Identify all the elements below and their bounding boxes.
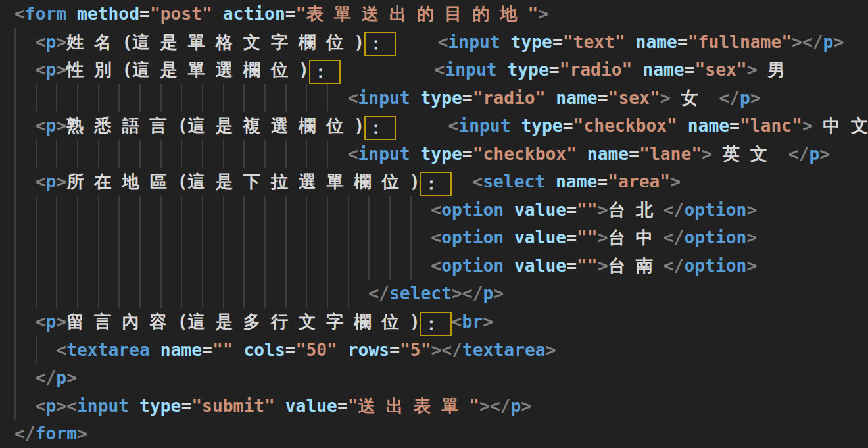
token-punc: < <box>14 0 25 28</box>
token-punc: > <box>56 28 66 57</box>
token-punc: ></ <box>452 280 483 308</box>
token-punc: ></ <box>431 336 462 364</box>
token-eq: = <box>139 0 150 28</box>
token-punc: >< <box>56 392 77 420</box>
token-txt: ( <box>178 112 188 140</box>
token-punc: > <box>56 112 66 140</box>
code-line-5[interactable]: <p>熟悉語言(這是複選欄位)： <input type="checkbox" … <box>14 112 868 140</box>
token-str: "post" <box>150 0 212 28</box>
token-tag: p <box>46 56 57 84</box>
token-cjk: 台南 <box>608 252 663 280</box>
token-punc: < <box>438 28 448 57</box>
token-txt <box>66 0 77 28</box>
token-punc: < <box>36 112 46 140</box>
token-attr: name <box>636 28 677 57</box>
unicode-highlight-colon-box: ： <box>364 32 396 56</box>
code-line-12[interactable]: <p>留言內容(這是多行文字欄位)：<br> <box>14 308 868 336</box>
token-punc: </ <box>368 280 389 308</box>
unicode-highlight-colon-box: ： <box>364 116 396 140</box>
token-punc: > <box>56 56 66 84</box>
code-line-13[interactable]: <textarea name="" cols="50" rows="5"></t… <box>14 336 868 364</box>
code-line-8[interactable]: <option value="">台北</option> <box>14 196 868 224</box>
token-attr: value <box>285 392 337 420</box>
token-punc: > <box>819 140 830 168</box>
token-txt <box>511 112 521 140</box>
token-str: " <box>527 0 538 28</box>
token-attr: cols <box>243 336 285 364</box>
token-tag: p <box>46 392 57 420</box>
token-tag: form <box>36 420 77 448</box>
token-txt <box>632 56 642 84</box>
token-txt <box>129 392 139 420</box>
indent-whitespace <box>14 196 431 224</box>
alignment-whitespace <box>341 56 435 84</box>
indent-whitespace <box>14 252 431 280</box>
token-str: "submit" <box>191 392 275 420</box>
unicode-highlight-colon-box: ： <box>420 172 451 196</box>
token-tag: p <box>46 168 57 196</box>
token-punc: < <box>431 252 441 280</box>
token-tag: p <box>483 280 493 308</box>
code-line-9[interactable]: <option value="">台中</option> <box>14 224 868 252</box>
token-punc: < <box>452 308 462 336</box>
code-line-14[interactable]: </p> <box>14 364 868 392</box>
token-eq: = <box>181 392 191 420</box>
token-eq: = <box>563 112 573 140</box>
code-line-3[interactable]: <p>性別(這是單選欄位)： <input type="radio" name=… <box>14 56 868 84</box>
code-line-10[interactable]: <option value="">台南</option> <box>14 252 868 280</box>
token-txt <box>410 84 421 112</box>
token-punc: > <box>670 168 681 196</box>
token-str: "50" <box>296 336 337 364</box>
token-txt <box>410 140 421 168</box>
token-punc: </ <box>788 140 809 168</box>
token-attr: type <box>507 56 548 84</box>
token-attr: name <box>556 84 597 112</box>
token-txt <box>497 56 508 84</box>
token-cjk: 所在地區 <box>66 168 178 196</box>
code-editor[interactable]: <form method="post" action="表單送出的目的地"> <… <box>0 0 868 448</box>
code-line-16[interactable]: </form> <box>14 420 868 448</box>
token-attr: rows <box>348 336 389 364</box>
token-txt: ) <box>410 168 420 196</box>
token-txt <box>212 0 223 28</box>
token-punc: > <box>521 392 531 420</box>
token-str: "" <box>212 336 233 364</box>
code-line-7[interactable]: <p>所在地區(這是下拉選單欄位)： <select name="area"> <box>14 168 868 196</box>
code-line-11[interactable]: </select></p> <box>14 280 868 308</box>
token-cjk: 台北 <box>608 196 663 224</box>
code-line-15[interactable]: <p><input type="submit" value="送出表單"></p… <box>14 392 868 420</box>
indent-whitespace <box>14 28 36 57</box>
token-punc: ></ <box>479 392 511 420</box>
token-str: "area" <box>608 168 670 196</box>
token-str: "text" <box>563 28 625 57</box>
token-punc: < <box>56 336 66 364</box>
token-str: "lane" <box>639 140 702 168</box>
token-punc: < <box>431 196 441 224</box>
token-punc: < <box>472 168 483 196</box>
token-txt <box>813 112 823 140</box>
token-eq: = <box>462 84 473 112</box>
indent-whitespace <box>14 112 36 140</box>
token-tag: p <box>46 308 57 336</box>
token-txt <box>500 28 511 57</box>
token-punc: < <box>36 56 46 84</box>
code-line-4[interactable]: <input type="radio" name="sex"> 女 </p> <box>14 84 868 112</box>
code-line-1[interactable]: <form method="post" action="表單送出的目的地"> <box>14 0 868 28</box>
token-punc: > <box>538 0 548 28</box>
token-tag: input <box>448 28 500 57</box>
token-punc: > <box>660 84 671 112</box>
token-str: "5" <box>400 336 431 364</box>
token-punc: > <box>746 196 757 224</box>
token-eq: = <box>566 252 577 280</box>
token-punc: > <box>802 112 813 140</box>
token-punc: < <box>348 84 358 112</box>
token-str: "sex" <box>694 56 746 84</box>
token-txt: ( <box>178 308 188 336</box>
token-eq: = <box>285 0 296 28</box>
code-line-2[interactable]: <p>姓名(這是單格文字欄位)： <input type="text" name… <box>14 28 868 57</box>
token-eq: = <box>285 336 296 364</box>
token-eq: = <box>566 224 577 252</box>
token-tag: p <box>809 140 820 168</box>
code-line-6[interactable]: <input type="checkbox" name="lane"> 英文 <… <box>14 140 868 168</box>
token-txt <box>504 224 514 252</box>
